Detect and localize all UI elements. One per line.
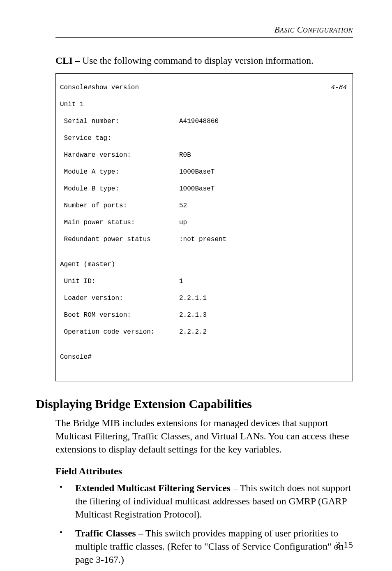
cli-line: Console#show version (60, 84, 179, 92)
cli-value: R0B (179, 151, 348, 159)
cli-value: 1 (179, 277, 348, 286)
subsection-heading: Field Attributes (55, 466, 353, 477)
running-header-text: BASIC CONFIGURATION (274, 25, 353, 35)
cli-label: Service tag: (60, 134, 179, 142)
cli-label: Module A type: (60, 168, 179, 176)
cli-value: 1000BaseT (179, 185, 348, 193)
cli-label: Operation code version: (60, 328, 179, 336)
cli-label: Module B type: (60, 185, 179, 193)
running-header: BASIC CONFIGURATION (55, 25, 353, 35)
cli-value (179, 134, 348, 142)
cli-label: Boot ROM version: (60, 311, 179, 319)
cli-label: Number of ports: (60, 202, 179, 210)
cli-value: 1000BaseT (179, 168, 348, 176)
cli-value: A419048860 (179, 117, 348, 125)
cli-agent-header: Agent (master) (60, 260, 348, 269)
list-item: Extended Multicast Filtering Services – … (55, 482, 353, 521)
bullet-term: Traffic Classes (75, 528, 136, 539)
section-body: The Bridge MIB includes extensions for m… (55, 417, 353, 456)
intro-prefix: CLI (55, 55, 73, 66)
intro-text: – Use the following command to display v… (73, 55, 314, 66)
cli-value: 2.2.1.3 (179, 311, 348, 319)
cli-label: Main power status: (60, 218, 179, 227)
cli-value: up (179, 218, 348, 227)
cli-label: Redundant power status (60, 235, 179, 244)
cli-value: 2.2.2.2 (179, 328, 348, 336)
intro-paragraph: CLI – Use the following command to displ… (55, 54, 353, 67)
cli-page-ref: 4-84 (331, 84, 348, 92)
cli-value: 52 (179, 202, 348, 210)
cli-line: Unit 1 (60, 100, 348, 109)
cli-value: :not present (179, 235, 348, 244)
cli-value: 2.2.1.1 (179, 294, 348, 302)
bullet-list: Extended Multicast Filtering Services – … (55, 482, 353, 571)
cli-label: Serial number: (60, 117, 179, 125)
section-heading: Displaying Bridge Extension Capabilities (36, 397, 353, 411)
page-number: 3-15 (336, 540, 353, 550)
cli-output-box: Console#show version4-84 Unit 1 Serial n… (55, 73, 353, 381)
cli-label: Loader version: (60, 294, 179, 302)
header-rule (55, 37, 353, 38)
cli-label: Unit ID: (60, 277, 179, 286)
bullet-term: Extended Multicast Filtering Services (75, 483, 231, 493)
cli-label: Hardware version: (60, 151, 179, 159)
list-item: Traffic Classes – This switch provides m… (55, 527, 353, 566)
cli-prompt: Console# (60, 353, 348, 361)
